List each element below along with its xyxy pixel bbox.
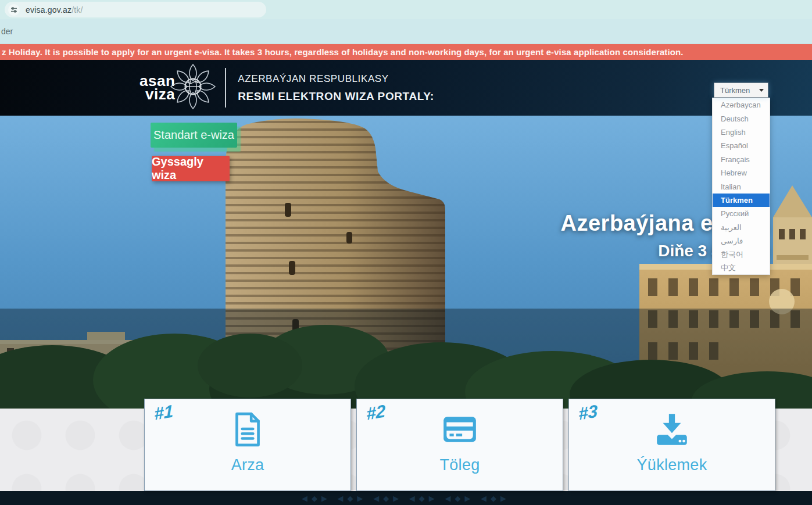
standard-evisa-button[interactable]: Standart e-wiza <box>151 123 237 148</box>
carpet-pattern: ◀◆▶ ◀◆▶ ◀◆▶ ◀◆▶ ◀◆▶ ◀◆▶ <box>302 494 510 503</box>
language-option-english[interactable]: English <box>713 126 770 139</box>
portal-title: RESMI ELEKTRON WIZA PORTALY: <box>238 90 434 103</box>
step-number-1: #1 <box>154 401 174 424</box>
url-pill[interactable]: evisa.gov.az/tk/ <box>5 2 266 17</box>
browser-address-bar: evisa.gov.az/tk/ <box>0 0 812 19</box>
step-label: Töleg <box>439 456 480 474</box>
site-info-icon[interactable] <box>8 4 20 16</box>
step-number-3: #3 <box>578 401 598 424</box>
language-option-deutsch[interactable]: Deutsch <box>713 112 770 125</box>
step-card-payment[interactable]: #2 Töleg <box>356 399 563 491</box>
urgent-visa-banner: z Holiday. It is possible to apply for a… <box>0 44 812 60</box>
language-option-turkmen-selected[interactable]: Türkmen <box>713 194 770 207</box>
language-option-espanol[interactable]: Español <box>713 139 770 152</box>
language-option-italian[interactable]: Italian <box>713 180 770 193</box>
hero-image-maiden-tower <box>0 116 812 409</box>
asan-flower-globe-icon <box>169 63 217 113</box>
language-option-arabic[interactable]: العربية <box>713 221 770 234</box>
language-select[interactable]: Türkmen <box>714 83 768 98</box>
secondary-bar: der <box>0 19 812 44</box>
language-option-hebrew[interactable]: Hebrew <box>713 166 770 180</box>
language-option-russian[interactable]: Русский <box>713 207 770 220</box>
step-card-download[interactable]: #3 Ýüklemek <box>568 399 775 491</box>
download-icon <box>653 407 691 452</box>
document-icon <box>228 407 267 452</box>
chevron-down-icon <box>759 89 764 92</box>
language-option-korean[interactable]: 한국어 <box>713 248 770 261</box>
step-label: Arza <box>231 456 264 474</box>
language-option-azerbaycan[interactable]: Azərbaycan <box>713 98 770 112</box>
url-text[interactable]: evisa.gov.az/tk/ <box>26 5 83 15</box>
hero-overlay <box>0 309 812 409</box>
republic-title: AZERBAÝJAN RESPUBLIKASY <box>238 73 434 85</box>
partial-text: der <box>0 27 13 36</box>
step-label: Ýüklemek <box>637 456 707 474</box>
language-dropdown-list: Azərbaycan Deutsch English Español Franç… <box>712 98 770 275</box>
language-option-chinese[interactable]: 中文 <box>713 262 770 275</box>
url-host: evisa.gov.az <box>26 5 71 15</box>
credit-card-icon <box>441 407 479 452</box>
footer-ornament-strip: ◀◆▶ ◀◆▶ ◀◆▶ ◀◆▶ ◀◆▶ ◀◆▶ <box>0 491 812 505</box>
url-path: /tk/ <box>71 5 83 15</box>
language-select-value: Türkmen <box>720 86 750 95</box>
urgent-visa-button[interactable]: Gyssagly wiza <box>152 156 230 181</box>
step-card-application[interactable]: #1 Arza <box>144 399 351 491</box>
language-option-farsi[interactable]: فارسی <box>713 234 770 248</box>
language-option-francais[interactable]: Français <box>713 153 770 166</box>
portal-titles: AZERBAÝJAN RESPUBLIKASY RESMI ELEKTRON W… <box>238 73 434 103</box>
portal-header: asan viza A <box>0 60 812 116</box>
step-number-2: #2 <box>366 401 386 424</box>
header-divider <box>225 68 226 108</box>
